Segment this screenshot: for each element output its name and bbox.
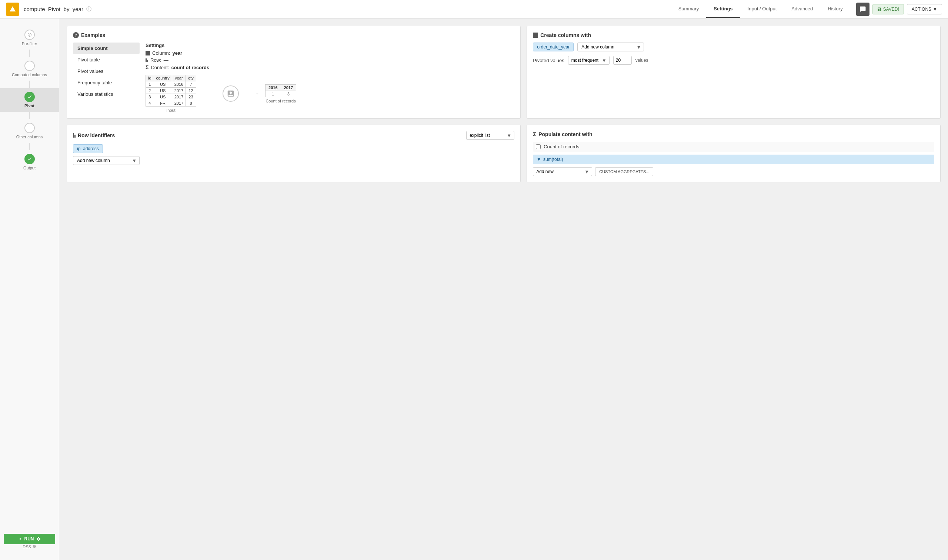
example-simple-count[interactable]: Simple count: [73, 43, 140, 54]
connector-3: [29, 112, 30, 119]
settings-block: Settings Column: year: [145, 43, 514, 70]
chat-button[interactable]: [856, 3, 869, 16]
pivot-transform-icon: [222, 85, 239, 102]
connector-1: [29, 49, 30, 57]
sidebar-item-output[interactable]: Output: [0, 150, 59, 174]
connector-2: [29, 81, 30, 88]
tab-advanced[interactable]: Advanced: [784, 0, 820, 18]
column-setting: Column: year: [145, 50, 514, 56]
row-bars-icon: [145, 58, 148, 62]
topbar: compute_Pivot_by_year ⓘ Summary Settings…: [0, 0, 948, 18]
pre-filter-node: [25, 29, 35, 40]
pivot-node: [25, 92, 35, 102]
examples-panel: ? Examples Simple count Pivot table Pivo…: [66, 26, 521, 119]
table-row: 1US20167: [146, 82, 196, 88]
count-records-checkbox[interactable]: [536, 144, 540, 149]
saved-label: SAVED!: [883, 7, 899, 12]
sigma-icon: Σ: [145, 65, 148, 70]
arrow-connector: — — —: [202, 91, 217, 96]
example-pivot-table[interactable]: Pivot table: [73, 54, 140, 65]
add-row-id-dropdown[interactable]: Add new column: [73, 156, 140, 165]
table-row: 1 3: [266, 91, 296, 97]
populate-content-panel: Σ Populate content with Count of records…: [526, 125, 940, 182]
examples-title: ? Examples: [73, 32, 514, 38]
row-id-type-dropdown[interactable]: explicit list all columns no row identif…: [466, 131, 514, 140]
add-row-id-wrapper: Add new column ▼: [73, 156, 514, 165]
custom-aggregates-button[interactable]: CUSTOM AGGREGATES...: [595, 167, 653, 176]
table-row: 2US201712: [146, 88, 196, 94]
col-year: year: [172, 75, 185, 82]
table-row: 3US201723: [146, 94, 196, 100]
sidebar-item-other-columns[interactable]: Other columns: [0, 119, 59, 143]
input-label: Input: [145, 108, 196, 112]
values-label: values: [635, 58, 648, 63]
create-columns-panel: Create columns with order_date_year Add …: [526, 26, 940, 119]
column-tag: order_date_year: [533, 43, 574, 51]
example-pivot-values[interactable]: Pivot values: [73, 65, 140, 77]
add-new-dropdown-wrapper: Add new sum avg count min max ▼: [533, 167, 592, 176]
actions-button[interactable]: ACTIONS ▼: [907, 4, 942, 14]
arrow2: — — →: [245, 91, 259, 96]
count-records-row: Count of records: [533, 142, 934, 152]
add-column-dropdown[interactable]: Add new column: [577, 43, 644, 51]
create-columns-title: Create columns with: [533, 32, 934, 38]
output-label: Count of records: [265, 99, 296, 103]
example-various-statistics[interactable]: Various statistics: [73, 88, 140, 100]
row-id-title: Row identifiers: [73, 132, 115, 138]
app-logo: [6, 3, 19, 16]
output-node: [25, 154, 35, 164]
examples-list: Simple count Pivot table Pivot values Fr…: [73, 43, 140, 112]
dss-gear-icon: ⚙: [32, 544, 36, 549]
out-col-2017: 2017: [281, 84, 296, 91]
add-new-aggregate-dropdown[interactable]: Add new sum avg count min max: [533, 167, 592, 176]
tab-settings[interactable]: Settings: [706, 0, 740, 18]
output-label: Output: [23, 166, 36, 170]
row-bars-icon2: [73, 133, 76, 138]
row-identifiers-panel: Row identifiers explicit list all column…: [66, 125, 521, 182]
out-col-2016: 2016: [266, 84, 281, 91]
other-columns-label: Other columns: [16, 135, 43, 139]
examples-settings: Settings Column: year: [140, 43, 514, 112]
bottom-panel-row: Row identifiers explicit list all column…: [66, 125, 940, 182]
count-records-label: Count of records: [543, 144, 579, 149]
run-button[interactable]: RUN: [4, 534, 55, 544]
row-id-header: Row identifiers explicit list all column…: [73, 131, 514, 140]
pre-filter-label: Pre-filter: [22, 42, 37, 46]
example-frequency-table[interactable]: Frequency table: [73, 77, 140, 88]
sidebar-item-pre-filter[interactable]: Pre-filter: [0, 26, 59, 49]
populate-content-title: Σ Populate content with: [533, 131, 934, 137]
row-id-columns: ip_address Add new column ▼: [73, 144, 514, 165]
tab-input-output[interactable]: Input / Output: [740, 0, 784, 18]
tab-summary[interactable]: Summary: [671, 0, 707, 18]
ip-address-tag: ip_address: [73, 144, 103, 153]
dss-label: DSS ⚙: [4, 544, 55, 549]
input-table-wrapper: id country year qty 1US20167 2US201: [145, 75, 196, 112]
main-content: ? Examples Simple count Pivot table Pivo…: [59, 18, 948, 560]
col-id: id: [146, 75, 154, 82]
add-row-id-dropdown-wrapper: Add new column ▼: [73, 156, 140, 165]
output-table-wrapper: 2016 2017 1 3: [265, 84, 296, 103]
content-setting: Σ Content: count of records: [145, 65, 514, 70]
saved-button: SAVED!: [872, 4, 904, 14]
app-title: compute_Pivot_by_year: [24, 6, 83, 12]
row-id-type-dropdown-wrapper: explicit list all columns no row identif…: [466, 131, 514, 140]
table-row: 4FR20178: [146, 100, 196, 106]
pivoted-values-label: Pivoted values: [533, 58, 564, 63]
tab-history[interactable]: History: [820, 0, 850, 18]
sigma-icon2: Σ: [533, 131, 536, 137]
computed-columns-label: Computed columns: [12, 72, 47, 77]
sidebar-item-computed-columns[interactable]: Computed columns: [0, 57, 59, 81]
other-columns-node: [25, 123, 35, 133]
top-panel-row: ? Examples Simple count Pivot table Pivo…: [66, 26, 940, 119]
examples-inner: Simple count Pivot table Pivot values Fr…: [73, 43, 514, 112]
chevron-down-icon: ▼: [933, 7, 937, 12]
values-count-input[interactable]: [613, 56, 632, 65]
sidebar-item-pivot[interactable]: Pivot: [0, 88, 59, 112]
col-country: country: [154, 75, 172, 82]
expand-icon: ▼: [537, 157, 541, 162]
frequency-dropdown[interactable]: most frequent least frequent all: [568, 56, 610, 65]
col-qty: qty: [186, 75, 196, 82]
pivot-label: Pivot: [25, 103, 34, 108]
pivoted-values-row: Pivoted values most frequent least frequ…: [533, 56, 934, 65]
computed-columns-node: [25, 61, 35, 71]
